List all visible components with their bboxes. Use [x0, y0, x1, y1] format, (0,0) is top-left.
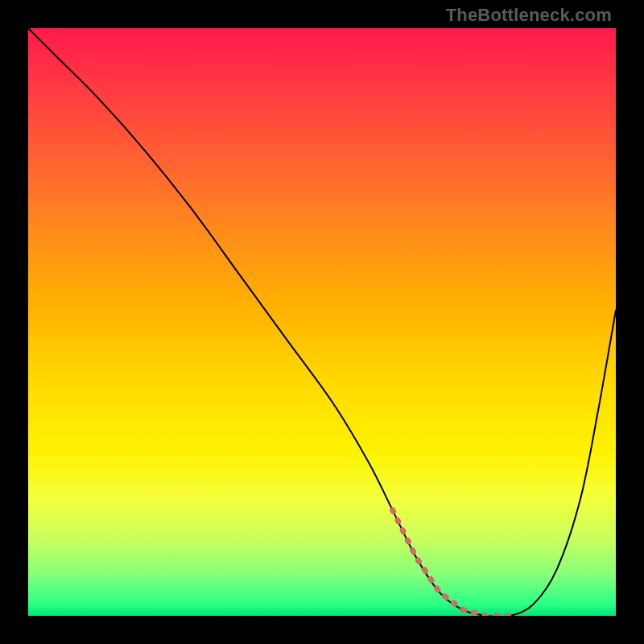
- curve-path: [28, 28, 616, 616]
- attribution-text: TheBottleneck.com: [446, 5, 612, 26]
- bottleneck-curve: [28, 28, 616, 616]
- chart-frame: TheBottleneck.com: [0, 0, 644, 644]
- flat-region-markers: [393, 510, 510, 616]
- plot-area: [28, 28, 616, 616]
